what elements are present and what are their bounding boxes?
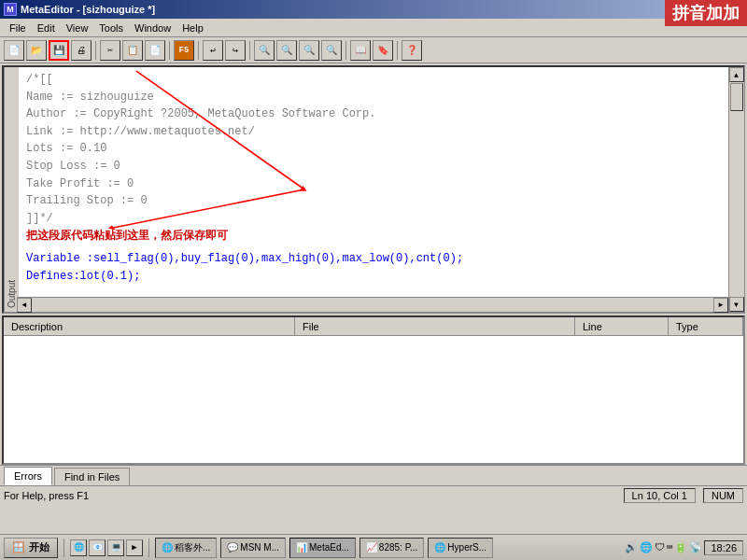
taskbar-icon-5: 🌐 xyxy=(434,542,445,553)
taskbar-item-5[interactable]: 🌐 HyperS... xyxy=(428,538,493,558)
toolbar-separator-2 xyxy=(169,41,170,60)
menu-view[interactable]: View xyxy=(61,21,94,35)
quicklaunch-2[interactable]: 📧 xyxy=(89,539,106,556)
panel-content xyxy=(4,336,743,463)
menu-window[interactable]: Window xyxy=(129,21,176,35)
toolbar-separator-5 xyxy=(345,41,346,60)
start-icon: 🪟 xyxy=(12,541,25,553)
code-line-12: Defines:lot(0.1); xyxy=(26,268,736,286)
search2-button[interactable]: 🔍 xyxy=(276,40,297,61)
menu-tools[interactable]: Tools xyxy=(93,21,129,35)
taskbar-icon-3: 📊 xyxy=(296,542,307,553)
tray-icon-1: 🔊 xyxy=(625,541,638,553)
tray-icon-3: 🛡 xyxy=(655,541,665,553)
code-line-7: Take Profit := 0 xyxy=(26,175,736,193)
cut-button[interactable]: ✂ xyxy=(100,40,120,61)
menu-help[interactable]: Help xyxy=(176,21,209,35)
bookmark-button[interactable]: 🔖 xyxy=(373,40,393,61)
horizontal-scrollbar[interactable]: ◄ ► xyxy=(17,297,728,312)
undo-button[interactable]: ↩ xyxy=(203,40,223,61)
code-line-1: /*[[ xyxy=(26,71,736,89)
quick-launch: 🌐 📧 💻 ▶ xyxy=(70,539,143,556)
help-button[interactable]: ❓ xyxy=(402,40,422,61)
taskbar-item-3[interactable]: 📊 MetaEd... xyxy=(289,538,356,558)
taskbar-label-5: HyperS... xyxy=(447,542,486,553)
search4-button[interactable]: 🔍 xyxy=(321,40,342,61)
start-label: 开始 xyxy=(29,540,49,554)
code-line-5: Lots := 0.10 xyxy=(26,140,736,158)
status-right: Ln 10, Col 1 NUM xyxy=(624,488,743,503)
status-help: For Help, press F1 xyxy=(4,490,624,501)
annotation-text: 把这段原代码粘贴到这里，然后保存即可 xyxy=(26,227,736,245)
code-line-4: Link := http://www.metaquotes.net/ xyxy=(26,123,736,141)
taskbar-item-1[interactable]: 🌐 稻客外... xyxy=(155,538,217,558)
toolbar-separator-3 xyxy=(198,41,199,60)
quicklaunch-1[interactable]: 🌐 xyxy=(70,539,87,556)
tray-icon-4: ⌨ xyxy=(667,541,673,553)
compile-button[interactable]: F5 xyxy=(174,40,194,61)
scroll-right-button[interactable]: ► xyxy=(713,298,728,313)
taskbar-icon-2: 💬 xyxy=(227,542,238,553)
taskbar-item-2[interactable]: 💬 MSN M... xyxy=(220,538,286,558)
bottom-panel: Description File Line Type xyxy=(2,315,745,465)
system-tray: 🔊 🌐 🛡 ⌨ 🔋 📡 18:26 xyxy=(625,540,743,555)
tabs-bar: Errors Find in Files xyxy=(0,465,747,485)
paste-button[interactable]: 📄 xyxy=(145,40,165,61)
scroll-up-button[interactable]: ▲ xyxy=(729,67,744,82)
menu-edit[interactable]: Edit xyxy=(32,21,61,35)
taskbar-icon-1: 🌐 xyxy=(162,542,173,553)
scroll-track[interactable] xyxy=(729,82,744,297)
taskbar-sep-2 xyxy=(148,539,149,557)
menu-file[interactable]: File xyxy=(4,21,32,35)
toolbar-separator-1 xyxy=(95,41,96,60)
help-book-button[interactable]: 📖 xyxy=(350,40,371,61)
tray-icon-5: 🔋 xyxy=(674,541,687,553)
taskbar-label-2: MSN M... xyxy=(240,542,279,553)
code-line-3: Author := CopyRight ?2005, MetaQuotes So… xyxy=(26,105,736,123)
logo-text: 拼音加加 xyxy=(672,4,740,22)
col-type: Type xyxy=(669,317,743,335)
status-bar: For Help, press F1 Ln 10, Col 1 NUM xyxy=(0,485,747,504)
toolbar: 📄 📂 💾 🖨 ✂ 📋 📄 F5 ↩ ↪ 🔍 🔍 🔍 🔍 📖 🔖 ❓ xyxy=(0,37,747,63)
status-position: Ln 10, Col 1 xyxy=(624,488,696,503)
code-line-6: Stop Loss := 0 xyxy=(26,158,736,175)
tab-errors[interactable]: Errors xyxy=(4,467,52,485)
taskbar-icon-4: 📈 xyxy=(366,542,377,553)
title-bar: M MetaEditor - [sizhouguize *] _ □ × xyxy=(0,0,747,19)
tab-find-in-files[interactable]: Find in Files xyxy=(54,468,130,485)
col-line: Line xyxy=(575,317,669,335)
scroll-left-button[interactable]: ◄ xyxy=(17,298,32,313)
start-button[interactable]: 🪟 开始 xyxy=(4,538,58,558)
save-button[interactable]: 💾 xyxy=(49,40,69,61)
taskbar-label-1: 稻客外... xyxy=(175,541,210,554)
taskbar-label-4: 8285: P... xyxy=(379,542,418,553)
code-editor: Output /*[[ Name := sizhouguize Author :… xyxy=(2,65,745,314)
taskbar-item-4[interactable]: 📈 8285: P... xyxy=(359,538,425,558)
quicklaunch-3[interactable]: 💻 xyxy=(107,539,124,556)
new-button[interactable]: 📄 xyxy=(4,40,24,61)
taskbar: 🪟 开始 🌐 📧 💻 ▶ 🌐 稻客外... 💬 MSN M... 📊 MetaE… xyxy=(0,534,747,560)
window-title: MetaEditor - [sizhouguize *] xyxy=(21,4,155,15)
taskbar-sep-1 xyxy=(63,539,64,557)
vertical-scrollbar[interactable]: ▲ ▼ xyxy=(728,67,743,312)
search-button[interactable]: 🔍 xyxy=(254,40,275,61)
tray-icon-6: 📡 xyxy=(689,541,702,553)
quicklaunch-4[interactable]: ▶ xyxy=(126,539,143,556)
panel-header: Description File Line Type xyxy=(4,317,743,336)
col-file: File xyxy=(295,317,575,335)
scroll-down-button[interactable]: ▼ xyxy=(729,297,744,312)
status-mode: NUM xyxy=(703,488,743,503)
print-button[interactable]: 🖨 xyxy=(71,40,92,61)
redo-button[interactable]: ↪ xyxy=(225,40,246,61)
output-panel-label[interactable]: Output xyxy=(4,67,19,312)
menu-bar: File Edit View Tools Window Help xyxy=(0,19,747,37)
app-icon: M xyxy=(4,3,17,16)
code-line-11: Variable :sell_flag(0),buy_flag(0),max_h… xyxy=(26,250,736,268)
scroll-thumb[interactable] xyxy=(730,83,743,111)
search3-button[interactable]: 🔍 xyxy=(299,40,319,61)
code-line-8: Trailing Stop := 0 xyxy=(26,192,736,210)
open-button[interactable]: 📂 xyxy=(26,40,47,61)
copy-button[interactable]: 📋 xyxy=(122,40,143,61)
code-content[interactable]: /*[[ Name := sizhouguize Author := CopyR… xyxy=(19,67,743,312)
toolbar-separator-6 xyxy=(397,41,398,60)
